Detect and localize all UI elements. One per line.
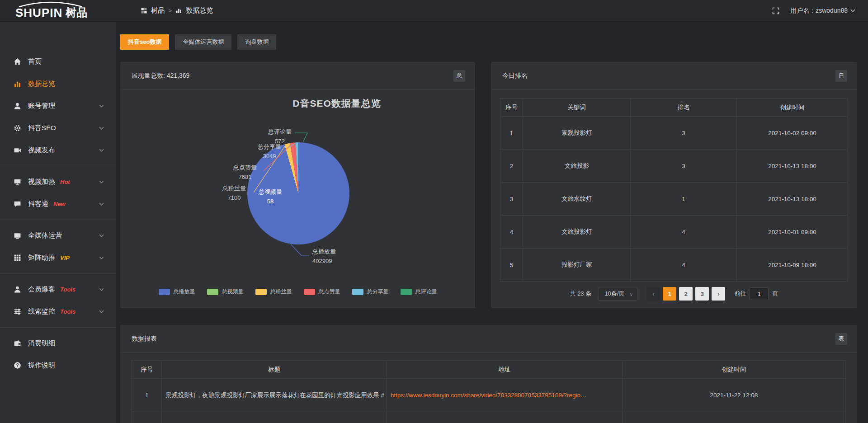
ranking-card-title: 今日排名 bbox=[502, 72, 528, 80]
chevron-down-icon bbox=[99, 288, 104, 291]
table-cell: 2021-10-01 09:00 bbox=[736, 216, 848, 249]
sidebar-item-视频发布[interactable]: 视频发布 bbox=[0, 139, 116, 161]
ranking-card-header: 今日排名 日 bbox=[491, 62, 857, 90]
sidebar-item-抖音SEO[interactable]: 抖音SEO bbox=[0, 117, 116, 139]
breadcrumb: 树品 > 数据总览 bbox=[141, 6, 213, 15]
wallet-icon bbox=[14, 339, 21, 347]
username-label: 用户名：zswodun88 bbox=[790, 7, 848, 15]
chevron-down-icon bbox=[99, 104, 104, 108]
total-toggle-button[interactable]: 总 bbox=[453, 70, 465, 82]
table-row: 3文旅水纹灯12021-10-13 18:00 bbox=[500, 183, 848, 216]
sidebar-item-会员爆客[interactable]: 会员爆客Tools bbox=[0, 278, 116, 301]
breadcrumb-home[interactable]: 树品 bbox=[151, 6, 165, 15]
page-button-3[interactable]: 3 bbox=[695, 287, 709, 301]
sidebar-item-label: 数据总览 bbox=[28, 80, 55, 88]
report-card-title: 数据报表 bbox=[132, 335, 157, 343]
legend-item-总点赞量[interactable]: 总点赞量 bbox=[304, 288, 340, 296]
sidebar-item-label: 账号管理 bbox=[28, 102, 55, 110]
legend-item-总播放量[interactable]: 总播放量 bbox=[159, 288, 195, 296]
tab-抖音seo数据[interactable]: 抖音seo数据 bbox=[120, 34, 169, 50]
legend-swatch bbox=[304, 289, 315, 295]
screen-icon bbox=[14, 178, 21, 186]
legend-item-总粉丝量[interactable]: 总粉丝量 bbox=[255, 288, 292, 296]
sidebar-item-线索监控[interactable]: 线索监控Tools bbox=[0, 301, 116, 323]
table-row bbox=[132, 412, 846, 423]
user-menu[interactable]: 用户名：zswodun88 bbox=[790, 7, 855, 15]
chevron-down-icon bbox=[99, 180, 104, 183]
table-toggle-button[interactable]: 表 bbox=[835, 333, 847, 345]
table-cell: 2 bbox=[500, 150, 523, 183]
legend-item-总视频量[interactable]: 总视频量 bbox=[207, 288, 244, 296]
tab-询盘数据[interactable]: 询盘数据 bbox=[237, 34, 276, 50]
sidebar-item-抖客通[interactable]: 抖客通New bbox=[0, 193, 116, 215]
chevron-down-icon bbox=[99, 202, 104, 206]
sliders-icon bbox=[14, 308, 21, 315]
table-cell bbox=[132, 412, 162, 423]
legend-item-总评论量[interactable]: 总评论量 bbox=[401, 288, 437, 296]
home-icon bbox=[14, 58, 21, 66]
sidebar-item-账号管理[interactable]: 账号管理 bbox=[0, 95, 116, 117]
table-cell: 2021-10-13 18:00 bbox=[736, 183, 848, 216]
sidebar-badge: Tools bbox=[60, 286, 75, 293]
table-cell: 2021-11-22 12:08 bbox=[622, 379, 845, 412]
app-logo[interactable]: SHUPIN 树品 bbox=[0, 0, 116, 22]
table-cell: 文旅投影 bbox=[523, 150, 630, 183]
sidebar-item-label: 视频发布 bbox=[28, 146, 55, 155]
chevron-down-icon bbox=[99, 149, 104, 152]
bar-chart-icon bbox=[14, 80, 21, 88]
sidebar-item-全媒体运营[interactable]: 全媒体运营 bbox=[0, 225, 116, 247]
sidebar-item-label: 会员爆客 bbox=[28, 285, 55, 294]
sidebar-item-消费明细[interactable]: 消费明细 bbox=[0, 332, 116, 354]
table-cell: 5 bbox=[500, 249, 523, 282]
sidebar-item-视频加热[interactable]: 视频加热Hot bbox=[0, 171, 116, 193]
table-row: 5投影灯厂家42021-10-09 18:00 bbox=[500, 249, 848, 282]
legend-label: 总点赞量 bbox=[319, 288, 340, 296]
sidebar-item-数据总览[interactable]: 数据总览 bbox=[0, 73, 116, 95]
sidebar-item-操作说明[interactable]: ?操作说明 bbox=[0, 354, 116, 376]
next-page-button[interactable]: › bbox=[712, 287, 725, 301]
sidebar-item-label: 全媒体运营 bbox=[28, 231, 62, 240]
goto-label: 前往 bbox=[734, 290, 746, 298]
chart-title: D音SEO数据量总览 bbox=[292, 97, 381, 110]
pie-slice-label: 总点赞量7681 bbox=[233, 163, 257, 182]
sidebar-badge: Hot bbox=[60, 179, 70, 185]
sidebar-item-label: 线索监控 bbox=[28, 307, 55, 316]
table-cell: 1 bbox=[500, 117, 523, 150]
tab-全媒体运营数据[interactable]: 全媒体运营数据 bbox=[175, 34, 231, 50]
breadcrumb-current-icon bbox=[176, 8, 182, 14]
page-button-1[interactable]: 1 bbox=[663, 287, 676, 301]
table-cell: 文旅水纹灯 bbox=[523, 183, 630, 216]
goto-page-input[interactable] bbox=[750, 287, 769, 300]
sidebar-item-首页[interactable]: 首页 bbox=[0, 51, 116, 73]
legend-swatch bbox=[401, 289, 412, 295]
video-icon bbox=[14, 146, 21, 154]
table-cell: 2021-10-13 18:00 bbox=[736, 150, 848, 183]
chevron-down-icon bbox=[99, 256, 104, 259]
legend-item-总分享量[interactable]: 总分享量 bbox=[352, 288, 389, 296]
table-cell: 2021-10-02 09:00 bbox=[736, 117, 848, 150]
column-header-标题: 标题 bbox=[162, 361, 387, 379]
sidebar-badge: New bbox=[53, 201, 66, 207]
ranking-table-wrap: 序号关键词排名创建时间1景观投影灯32021-10-02 09:002文旅投影3… bbox=[491, 90, 857, 308]
impressions-total-label: 展现量总数: 421,369 bbox=[132, 72, 189, 80]
report-table: 序号标题地址创建时间1景观投影灯，夜游景观投影灯厂家展示展示落花灯在花园里的灯光… bbox=[132, 360, 846, 423]
table-row: 1景观投影灯32021-10-02 09:00 bbox=[500, 117, 848, 150]
pagination: 共 23 条 10条/页 ∨ ‹ 123 › 前往 页 bbox=[500, 282, 848, 306]
page-size-select[interactable]: 10条/页 ∨ bbox=[599, 287, 637, 301]
table-cell: 3 bbox=[500, 183, 523, 216]
legend-swatch bbox=[255, 289, 267, 295]
header-right: 用户名：zswodun88 bbox=[772, 7, 868, 15]
day-toggle-button[interactable]: 日 bbox=[835, 70, 847, 82]
breadcrumb-home-icon bbox=[141, 8, 147, 14]
sidebar-item-label: 首页 bbox=[28, 57, 42, 66]
sidebar-item-label: 视频加热 bbox=[28, 178, 55, 186]
table-row: 1景观投影灯，夜游景观投影灯厂家展示展示落花灯在花园里的灯光投影应用效果 #ht… bbox=[132, 379, 846, 412]
sidebar-divider bbox=[0, 166, 116, 166]
column-header-排名: 排名 bbox=[631, 99, 737, 117]
report-card-header: 数据报表 表 bbox=[120, 325, 857, 353]
prev-page-button[interactable]: ‹ bbox=[646, 287, 660, 301]
sidebar-item-矩阵助推[interactable]: 矩阵助推VIP bbox=[0, 247, 116, 269]
video-link[interactable]: https://www.iesdouyin.com/share/video/70… bbox=[391, 392, 587, 399]
page-button-2[interactable]: 2 bbox=[679, 287, 693, 301]
fullscreen-icon[interactable] bbox=[772, 7, 779, 14]
